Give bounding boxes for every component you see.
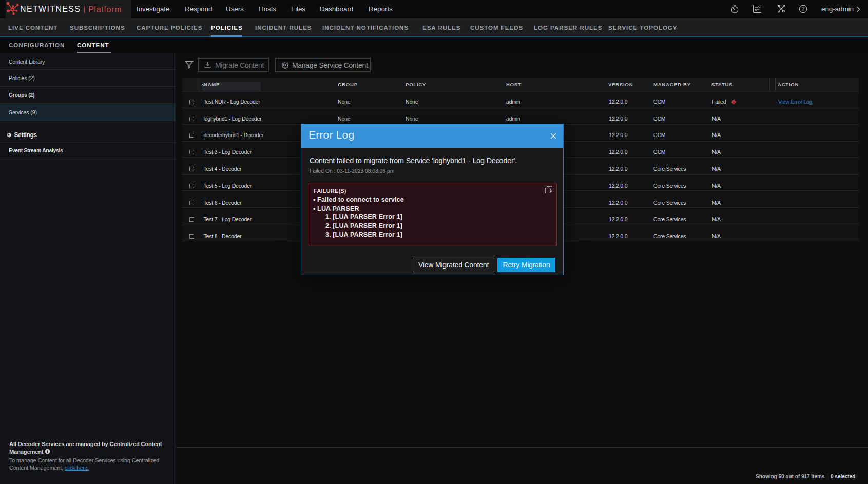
svg-text:?: ?: [802, 6, 805, 12]
